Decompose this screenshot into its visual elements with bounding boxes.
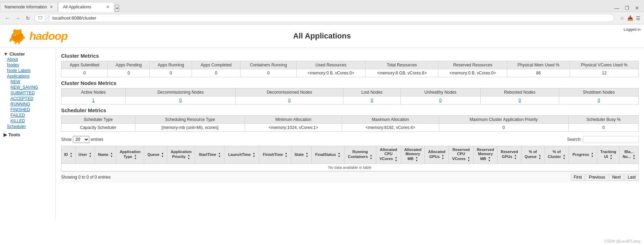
unhealthy-nodes-link[interactable]: 0 <box>439 98 442 103</box>
scheduler-metrics-wrapper: Scheduler Type Scheduling Resource Type … <box>61 115 639 133</box>
val-unhealthy-nodes: 0 <box>400 96 480 105</box>
page-icon: 📄 <box>45 15 50 21</box>
col-allocated-cpu[interactable]: AllocatedCPUVCores ▲▼ <box>376 146 401 164</box>
forward-button[interactable]: → <box>14 15 22 22</box>
col-blacklisted-nodes[interactable]: Bla...No... ▲▼ <box>620 146 639 164</box>
main-layout: ▼ Cluster About Nodes Node Labels Applic… <box>0 48 644 220</box>
scheduler-metrics-header-row: Scheduler Type Scheduling Resource Type … <box>61 116 639 124</box>
val-scheduler-busy: 0 <box>568 124 638 132</box>
sidebar-item-finished[interactable]: FINISHED <box>3 107 52 113</box>
scheduler-metrics-table: Scheduler Type Scheduling Resource Type … <box>61 115 639 132</box>
sidebar-item-node-labels[interactable]: Node Labels <box>3 68 52 73</box>
val-maximum-allocation: <memory:8192, vCores:4> <box>342 124 439 132</box>
sidebar-item-running[interactable]: RUNNING <box>3 101 52 107</box>
tab-all-applications-close[interactable]: ✕ <box>103 5 110 9</box>
col-name[interactable]: Name ▲▼ <box>95 146 116 164</box>
col-apps-pending: Apps Pending <box>108 61 150 69</box>
next-page-button[interactable]: Next <box>609 174 624 181</box>
cluster-section-header[interactable]: ▼ Cluster <box>3 51 52 57</box>
rebooted-nodes-link[interactable]: 0 <box>519 98 521 103</box>
sort-state-icon: ▲▼ <box>305 152 308 158</box>
decommissioned-nodes-link[interactable]: 0 <box>288 98 291 103</box>
col-lost-nodes: Lost Nodes <box>343 88 400 96</box>
bookmark-button[interactable]: ☆ <box>620 15 624 21</box>
col-tracking-ui[interactable]: TrackingUI ▲▼ <box>597 146 620 164</box>
no-data-row: No data available in table <box>61 164 639 171</box>
col-id[interactable]: ID ▲▼ <box>61 146 76 164</box>
sidebar-item-about[interactable]: About <box>3 57 52 62</box>
col-scheduler-busy: Scheduler Busy % <box>568 116 638 124</box>
col-rebooted-nodes: Rebooted Nodes <box>480 88 559 96</box>
col-reserved-gpus[interactable]: ReservedGPUs ▲▼ <box>497 146 521 164</box>
active-nodes-link[interactable]: 1 <box>92 98 95 103</box>
show-entries-left: Show 10 20 50 100 entries <box>61 136 103 143</box>
col-queue[interactable]: Queue ▲▼ <box>144 146 167 164</box>
first-page-button[interactable]: First <box>571 174 585 181</box>
col-maximum-allocation: Maximum Allocation <box>342 116 439 124</box>
search-box: Search: <box>567 136 639 143</box>
col-launch-time[interactable]: LaunchTime ▲▼ <box>224 146 259 164</box>
cluster-nodes-table: Active Nodes Decommissioning Nodes Decom… <box>61 88 639 105</box>
sidebar-item-scheduler[interactable]: Scheduler <box>3 124 52 129</box>
tab-namenode-close[interactable]: ✕ <box>47 5 53 9</box>
col-max-cluster-priority: Maximum Cluster Application Priority <box>439 116 568 124</box>
last-page-button[interactable]: Last <box>624 174 639 181</box>
new-tab-button[interactable]: + <box>115 5 119 12</box>
col-start-time[interactable]: StartTime ▲▼ <box>195 146 224 164</box>
back-button[interactable]: ← <box>3 15 11 22</box>
sidebar-item-new[interactable]: NEW <box>3 79 52 85</box>
col-allocated-memory[interactable]: AllocatedMemoryMB ▲▼ <box>401 146 425 164</box>
col-user[interactable]: User ▲▼ <box>75 146 95 164</box>
sidebar-item-new-saving[interactable]: NEW_SAVING <box>3 85 52 90</box>
cluster-label: Cluster <box>9 51 25 57</box>
tab-all-applications[interactable]: All Applications ✕ <box>58 2 114 12</box>
val-apps-completed: 0 <box>192 69 240 77</box>
col-application-priority[interactable]: ApplicationPriority ▲▼ <box>167 146 195 164</box>
col-pct-queue[interactable]: % ofQueue ▲▼ <box>521 146 545 164</box>
restore-button[interactable]: ❐ <box>623 5 631 12</box>
col-pct-cluster[interactable]: % ofCluster ▲▼ <box>545 146 569 164</box>
sort-running-containers-icon: ▲▼ <box>370 154 372 160</box>
sidebar-item-nodes[interactable]: Nodes <box>3 62 52 68</box>
tools-arrow-icon: ▶ <box>3 132 7 137</box>
search-input[interactable] <box>583 136 639 143</box>
sidebar-item-failed[interactable]: FAILED <box>3 113 52 118</box>
reload-button[interactable]: ↻ <box>24 15 31 22</box>
scheduler-metrics-title: Scheduler Metrics <box>61 107 639 113</box>
col-apps-running: Apps Running <box>150 61 192 69</box>
entries-select[interactable]: 10 20 50 100 <box>73 136 89 143</box>
col-application-type[interactable]: ApplicationType ▲▼ <box>116 146 144 164</box>
col-reserved-cpu[interactable]: ReservedCPUVCores ▲▼ <box>449 146 474 164</box>
col-progress[interactable]: Progress ▲▼ <box>569 146 597 164</box>
previous-page-button[interactable]: Previous <box>586 174 608 181</box>
sidebar-item-submitted[interactable]: SUBMITTED <box>3 90 52 96</box>
close-window-button[interactable]: ✕ <box>634 5 641 12</box>
url-box[interactable]: 🛡 📄 localhost:8088/cluster <box>34 14 614 22</box>
col-finish-time[interactable]: FinishTime ▲▼ <box>259 146 291 164</box>
val-apps-submitted: 0 <box>61 69 108 77</box>
pocket-button[interactable]: 📥 <box>627 15 633 21</box>
menu-button[interactable]: ☰ <box>636 15 641 21</box>
col-final-status[interactable]: FinalStatus ▲▼ <box>311 146 344 164</box>
minimize-button[interactable]: — <box>613 5 621 12</box>
col-decommissioning-nodes: Decommissioning Nodes <box>126 88 236 96</box>
sidebar-item-killed[interactable]: KILLED <box>3 118 52 124</box>
tab-namenode[interactable]: Namenode information ✕ <box>0 2 58 12</box>
lost-nodes-link[interactable]: 0 <box>371 98 373 103</box>
val-decommissioned-nodes: 0 <box>236 96 343 105</box>
sort-allocated-gpus-icon: ▲▼ <box>442 154 444 160</box>
page-title: All Applications <box>293 31 351 41</box>
sort-user-icon: ▲▼ <box>89 152 92 158</box>
cluster-metrics-data-row: 0 0 0 0 0 <memory:0 B, vCores:0> <memory… <box>61 69 639 77</box>
shutdown-nodes-link[interactable]: 0 <box>598 98 600 103</box>
col-allocated-gpus[interactable]: AllocatedGPUs ▲▼ <box>425 146 449 164</box>
browser-chrome: Namenode information ✕ All Applications … <box>0 0 644 24</box>
decommissioning-nodes-link[interactable]: 0 <box>179 98 182 103</box>
col-reserved-memory[interactable]: ReservedMemoryMB ▲▼ <box>473 146 497 164</box>
col-running-containers[interactable]: RunningContainers ▲▼ <box>344 146 376 164</box>
sidebar-item-applications[interactable]: Applications <box>3 73 52 79</box>
col-active-nodes: Active Nodes <box>61 88 126 96</box>
sidebar-item-accepted[interactable]: ACCEPTED <box>3 96 52 101</box>
col-state[interactable]: State ▲▼ <box>291 146 311 164</box>
tools-section-header[interactable]: ▶ Tools <box>3 132 52 137</box>
